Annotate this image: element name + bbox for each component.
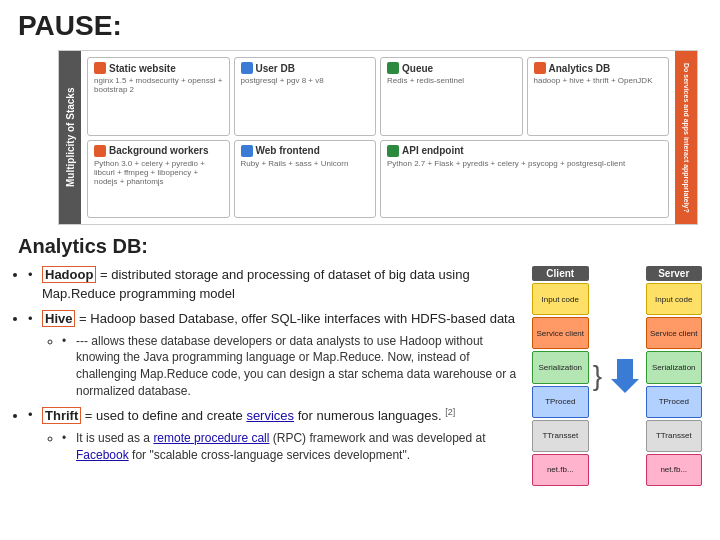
hive-highlight: Hive [42,310,75,327]
thrift-highlight: Thrift [42,407,81,424]
hadoop-highlight: Hadoop [42,266,96,283]
thrift-text-before: = used to define and create [85,408,247,423]
server-block-tproced: TProced [646,386,703,418]
diagram-box-api-endpoint: API endpoint Python 2.7 + Flask + pyredi… [380,140,669,219]
diagram-box-bg-workers: Background workers Python 3.0 + celery +… [87,140,230,219]
client-block-input: Input code [532,283,589,315]
thrift-superscript: [2] [445,407,455,417]
client-block-tproced: TProced [532,386,589,418]
hadoop-text: = distributed storage and processing of … [42,267,470,301]
client-block-netfb: net.fb... [532,454,589,486]
server-label: Server [646,266,703,281]
client-block-ttransset: TTransset [532,420,589,452]
thrift-sub-item-1: It is used as a remote procedure call (R… [62,430,522,464]
arrow-head [611,379,639,393]
web-frontend-icon [241,145,253,157]
diagram-inner: Multiplicity of Stacks Static website ng… [59,51,697,224]
hive-sub-list: --- allows these database developers or … [62,333,522,400]
diagram-box-analytics-db: Analytics DB hadoop + hive + thrift + Op… [527,57,670,136]
arrow-body [617,359,633,379]
main-layout: Hadoop = distributed storage and process… [18,266,702,486]
arrow-container [607,266,643,486]
queue-icon [387,62,399,74]
hive-sub-item-1: --- allows these database developers or … [62,333,522,400]
api-endpoint-icon [387,145,399,157]
client-label: Client [532,266,589,281]
right-bar-label: Do services and apps interact appropriat… [683,63,690,213]
page: PAUSE: Multiplicity of Stacks Static web… [0,0,720,540]
rpc-link[interactable]: remote procedure call [153,431,269,445]
services-link[interactable]: services [246,408,294,423]
server-block-serial: Serialization [646,351,703,383]
client-block-service: Service client [532,317,589,349]
hive-bullet: Hive = Hadoop based Database, offer SQL-… [28,310,522,400]
analytics-db-icon [534,62,546,74]
static-website-icon [94,62,106,74]
side-diagram: Client Input code Service client Seriali… [532,266,702,486]
architecture-diagram: Multiplicity of Stacks Static website ng… [58,50,698,225]
right-bar: Do services and apps interact appropriat… [675,51,697,224]
brace-separator: } [592,266,604,486]
diagram-box-web-frontend: Web frontend Ruby + Rails + sass + Unico… [234,140,377,219]
bg-workers-icon [94,145,106,157]
main-text: Hadoop = distributed storage and process… [18,266,522,486]
bullet-list: Hadoop = distributed storage and process… [28,266,522,463]
thrift-text-after: for numerous languages. [298,408,442,423]
server-col: Server Input code Service client Seriali… [646,266,703,486]
analytics-db-title: Analytics DB: [18,235,702,258]
diagram-box-static-website: Static website nginx 1.5 + modsecurity +… [87,57,230,136]
server-block-input: Input code [646,283,703,315]
page-title: PAUSE: [18,10,702,42]
user-db-icon [241,62,253,74]
diagram-box-queue: Queue Redis + redis-sentinel [380,57,523,136]
server-block-service: Service client [646,317,703,349]
server-block-netfb: net.fb... [646,454,703,486]
hive-text: = Hadoop based Database, offer SQL-like … [79,311,515,326]
diagram-box-user-db: User DB postgresql + pgv 8 + v8 [234,57,377,136]
client-col: Client Input code Service client Seriali… [532,266,589,486]
diagram-content: Static website nginx 1.5 + modsecurity +… [81,51,675,224]
multiplicity-label: Multiplicity of Stacks [59,51,81,224]
client-block-serial: Serialization [532,351,589,383]
facebook-link[interactable]: Facebook [76,448,129,462]
server-block-ttransset: TTransset [646,420,703,452]
thrift-sub-list: It is used as a remote procedure call (R… [62,430,522,464]
side-diagram-container: Client Input code Service client Seriali… [532,266,702,486]
thrift-bullet: Thrift = used to define and create servi… [28,406,522,464]
hadoop-bullet: Hadoop = distributed storage and process… [28,266,522,304]
